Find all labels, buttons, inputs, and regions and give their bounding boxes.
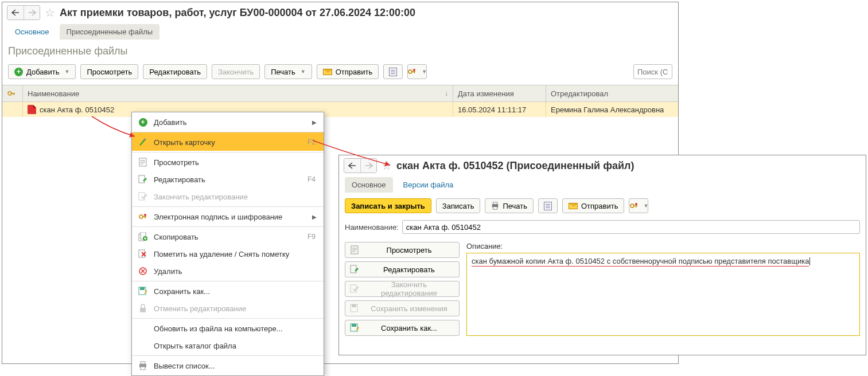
description-input[interactable]: скан бумажной копии Акта ф. 0510452 с со… [466,253,860,336]
document-icon [544,202,552,210]
table-header: Наименование↓ Дата изменения Отредактиро… [2,85,678,102]
header-key-col[interactable] [2,85,23,101]
chevron-down-icon: ▼ [644,203,649,209]
cell-editor: Еремина Галина Александровна [546,102,678,117]
svg-rect-17 [141,362,145,364]
chevron-down-icon: ▼ [422,69,427,75]
ctx-save-as[interactable]: Сохранить как... [132,281,324,300]
ctx-sign[interactable]: Электронная подпись и шифрование▶ [132,206,324,225]
edit-icon [350,265,359,274]
header-editor[interactable]: Отредактировал [546,85,678,101]
header-name[interactable]: Наименование↓ [23,85,453,101]
files-table: Наименование↓ Дата изменения Отредактиро… [2,85,678,117]
cell-icon [2,102,23,117]
copy-icon [138,232,148,242]
svg-point-23 [635,203,637,205]
action-save-changes: Сохранить изменения [345,300,460,316]
svg-rect-21 [493,207,497,209]
ctx-open-card[interactable]: Открыть карточкуF2 [132,132,324,151]
sign-button[interactable]: ▼ [629,198,648,213]
send-button[interactable]: Отправить [317,64,379,79]
action-save-as[interactable]: Сохранить как... [345,320,460,336]
mail-icon [323,69,332,75]
star-icon[interactable]: ☆ [380,159,393,172]
ctx-copy[interactable]: СкопироватьF9 [132,226,324,245]
action-view[interactable]: Просмотреть [345,242,460,258]
name-row: Наименование: [339,217,866,237]
search-input[interactable] [633,64,672,79]
svg-rect-18 [141,367,145,370]
tabs: Основное Присоединенные файлы [2,23,678,40]
svg-rect-28 [352,304,356,307]
sort-icon: ↓ [445,89,448,97]
save-as-icon [350,323,359,332]
ctx-output-list[interactable]: Вывести список... [132,355,324,374]
forward-button[interactable] [24,6,40,19]
ctx-open-dir[interactable]: Открыть каталог файла [132,337,324,354]
ctx-add[interactable]: +Добавить▶ [132,113,324,131]
svg-rect-26 [351,285,356,292]
tabs: Основное Версии файла [339,176,866,193]
save-close-button[interactable]: Записать и закрыть [345,198,431,213]
view-button[interactable]: Просмотреть [80,64,138,79]
ctx-view[interactable]: Просмотреть [132,152,324,171]
ctx-update-from-file[interactable]: Обновить из файла на компьютере... [132,318,324,337]
plus-icon: + [14,68,23,76]
svg-point-1 [413,69,415,71]
table-row[interactable]: скан Акта ф. 0510452 16.05.2024 11:11:17… [2,102,678,117]
sign-button[interactable]: ▼ [407,64,427,79]
titlebar: ☆ скан Акта ф. 0510452 (Присоединенный ф… [339,155,866,176]
doc-button[interactable] [538,198,558,213]
toolbar: +Добавить▼ Просмотреть Редактировать Зак… [2,62,678,85]
plus-icon: + [139,118,147,127]
tab-main[interactable]: Основное [345,177,393,193]
titlebar: ☆ Акт приемки товаров, работ, услуг БУ00… [2,2,678,23]
page-title: Акт приемки товаров, работ, услуг БУ00-0… [60,7,415,19]
action-finish-edit: Закончить редактирование [345,281,460,297]
svg-rect-20 [493,202,497,205]
text-caret [809,257,810,265]
action-edit[interactable]: Редактировать [345,261,460,277]
description-column: Описание: скан бумажной копии Акта ф. 05… [466,242,860,336]
tab-attached-files[interactable]: Присоединенные файлы [60,24,160,40]
submenu-arrow-icon: ▶ [312,214,317,220]
save-as-icon [138,286,148,296]
print-button-label: Печать [503,202,527,210]
edit-button[interactable]: Редактировать [143,64,207,79]
forward-button[interactable] [360,159,376,173]
svg-rect-25 [351,265,356,273]
key-icon [407,67,417,76]
document-icon [350,245,359,254]
header-date[interactable]: Дата изменения [453,85,546,101]
print-button[interactable]: Печать▼ [264,64,312,79]
send-button[interactable]: Отправить [562,198,624,213]
svg-rect-30 [352,324,356,327]
pencil-icon [138,137,148,147]
print-button[interactable]: Печать [485,198,534,213]
tab-main[interactable]: Основное [8,24,56,40]
svg-rect-5 [139,193,145,200]
back-button[interactable] [7,6,24,19]
doc-button[interactable] [383,64,403,79]
star-icon[interactable]: ☆ [44,6,56,19]
ctx-cancel-edit: Отменить редактирование [132,300,324,317]
mark-delete-icon [138,249,148,259]
back-button[interactable] [344,159,360,173]
key-icon [7,89,16,98]
ctx-delete[interactable]: Удалить [132,263,324,280]
save-button[interactable]: Записать [436,198,481,213]
cell-date: 16.05.2024 11:11:17 [453,102,546,117]
add-button[interactable]: +Добавить▼ [8,64,76,79]
svg-point-7 [144,214,146,216]
key-icon [629,201,639,210]
name-input[interactable] [402,220,860,234]
ctx-mark-delete[interactable]: Пометить на удаление / Снять пометку [132,245,324,263]
save-icon [350,304,359,313]
ctx-edit[interactable]: РедактироватьF4 [132,171,324,188]
lock-icon [138,303,148,314]
send-button-label: Отправить [581,202,618,210]
print-button-label: Печать [271,68,295,76]
tab-versions[interactable]: Версии файла [396,177,461,193]
actions-column: Просмотреть Редактировать Закончить реда… [345,242,460,336]
finish-edit-icon [138,191,148,202]
